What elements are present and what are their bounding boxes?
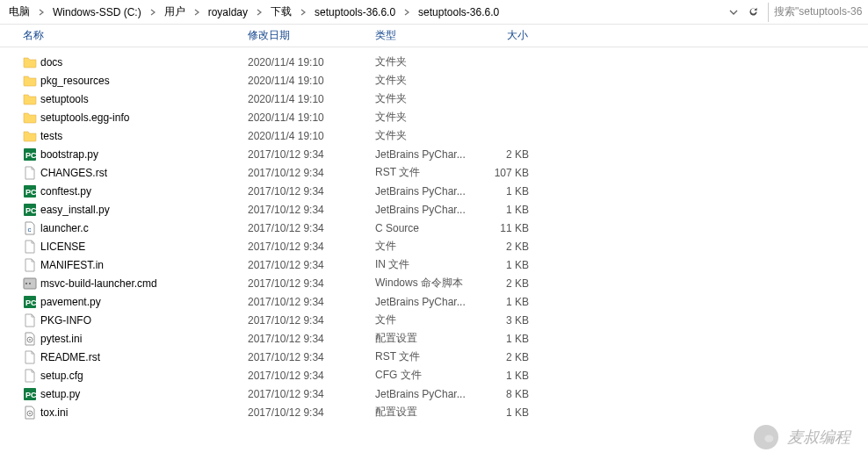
file-row[interactable]: LICENSE2017/10/12 9:34文件2 KB xyxy=(0,237,868,255)
file-name: LICENSE xyxy=(40,241,85,253)
file-row[interactable]: setuptools.egg-info2020/11/4 19:10文件夹 xyxy=(0,108,868,126)
file-name-cell: PKG-INFO xyxy=(18,313,242,327)
file-name: bootstrap.py xyxy=(40,148,98,161)
file-name-cell: setup.cfg xyxy=(18,369,242,383)
file-date: 2017/10/12 9:34 xyxy=(242,167,370,179)
breadcrumb-item[interactable]: setuptools-36.6.0 xyxy=(309,0,401,24)
file-name: msvc-build-launcher.cmd xyxy=(40,277,157,290)
file-size: 1 KB xyxy=(477,296,534,308)
file-row[interactable]: PCeasy_install.py2017/10/12 9:34JetBrain… xyxy=(0,200,868,219)
file-row[interactable]: docs2020/11/4 19:10文件夹 xyxy=(0,53,868,71)
file-name: tests xyxy=(40,130,62,142)
file-type: JetBrains PyChar... xyxy=(370,148,477,161)
file-name: docs xyxy=(40,56,62,68)
file-date: 2017/10/12 9:34 xyxy=(242,277,370,290)
file-row[interactable]: setup.cfg2017/10/12 9:34CFG 文件1 KB xyxy=(0,366,868,384)
chevron-right-icon[interactable] xyxy=(401,0,413,24)
breadcrumb-item[interactable]: Windows-SSD (C:) xyxy=(47,0,147,24)
file-row[interactable]: pkg_resources2020/11/4 19:10文件夹 xyxy=(0,71,868,90)
file-name: pavement.py xyxy=(40,296,101,308)
file-date: 2017/10/12 9:34 xyxy=(242,296,370,308)
breadcrumb-item[interactable]: 下载 xyxy=(265,0,297,24)
file-row[interactable]: pytest.ini2017/10/12 9:34配置设置1 KB xyxy=(0,329,868,348)
file-name-cell: pkg_resources xyxy=(18,74,242,88)
file-name-cell: docs xyxy=(18,55,242,69)
breadcrumb-item[interactable]: setuptools-36.6.0 xyxy=(413,0,504,24)
svg-point-19 xyxy=(764,435,773,442)
svg-point-8 xyxy=(25,283,27,284)
column-header-type[interactable]: 类型 xyxy=(370,25,477,47)
file-type: 文件夹 xyxy=(370,91,477,106)
chevron-right-icon[interactable] xyxy=(147,0,159,24)
file-icon xyxy=(23,258,37,272)
file-date: 2020/11/4 19:10 xyxy=(242,56,370,68)
file-row[interactable]: clauncher.c2017/10/12 9:34C Source11 KB xyxy=(0,219,868,237)
file-name-cell: PCbootstrap.py xyxy=(18,147,242,162)
file-date: 2017/10/12 9:34 xyxy=(242,185,370,198)
file-name-cell: pytest.ini xyxy=(18,332,242,346)
column-headers: 名称 修改日期 类型 大小 xyxy=(0,25,868,47)
refresh-button[interactable] xyxy=(743,3,763,22)
file-name: tox.ini xyxy=(40,406,68,419)
file-name: conftest.py xyxy=(40,185,91,198)
ini-icon xyxy=(23,406,37,420)
file-date: 2017/10/12 9:34 xyxy=(242,314,370,327)
file-row[interactable]: PCbootstrap.py2017/10/12 9:34JetBrains P… xyxy=(0,145,868,163)
file-row[interactable]: tox.ini2017/10/12 9:34配置设置1 KB xyxy=(0,403,868,421)
history-dropdown-button[interactable] xyxy=(724,3,743,22)
column-header-size[interactable]: 大小 xyxy=(477,25,534,47)
watermark: 麦叔编程 xyxy=(754,425,850,449)
file-date: 2017/10/12 9:34 xyxy=(242,370,370,382)
file-row[interactable]: msvc-build-launcher.cmd2017/10/12 9:34Wi… xyxy=(0,274,868,292)
file-date: 2017/10/12 9:34 xyxy=(242,333,370,345)
file-row[interactable]: PKG-INFO2017/10/12 9:34文件3 KB xyxy=(0,311,868,329)
ini-icon xyxy=(23,332,37,346)
column-header-date[interactable]: 修改日期 xyxy=(242,25,370,47)
file-row[interactable]: tests2020/11/4 19:10文件夹 xyxy=(0,126,868,145)
file-row[interactable]: PCconftest.py2017/10/12 9:34JetBrains Py… xyxy=(0,182,868,200)
breadcrumb-item[interactable]: 用户 xyxy=(159,0,191,24)
file-name: launcher.c xyxy=(40,222,89,234)
address-controls: 搜索"setuptools-36 xyxy=(724,0,864,24)
cmd-icon xyxy=(23,277,37,291)
breadcrumb-item[interactable]: 电脑 xyxy=(4,0,35,24)
file-type: 配置设置 xyxy=(370,331,477,346)
cfile-icon: c xyxy=(23,221,37,235)
file-date: 2017/10/12 9:34 xyxy=(242,241,370,253)
chevron-right-icon[interactable] xyxy=(35,0,47,24)
file-name-cell: PCeasy_install.py xyxy=(18,203,242,217)
file-name-cell: tox.ini xyxy=(18,406,242,420)
file-row[interactable]: PCpavement.py2017/10/12 9:34JetBrains Py… xyxy=(0,292,868,311)
search-box[interactable]: 搜索"setuptools-36 xyxy=(768,3,864,22)
file-type: IN 文件 xyxy=(370,257,477,272)
chevron-right-icon[interactable] xyxy=(253,0,265,24)
chevron-right-icon[interactable] xyxy=(191,0,203,24)
file-size: 2 KB xyxy=(477,241,534,253)
file-size: 2 KB xyxy=(477,351,534,363)
file-date: 2017/10/12 9:34 xyxy=(242,259,370,271)
file-row[interactable]: MANIFEST.in2017/10/12 9:34IN 文件1 KB xyxy=(0,255,868,274)
file-name: CHANGES.rst xyxy=(40,167,107,179)
file-name-cell: tests xyxy=(18,129,242,143)
folder-icon xyxy=(23,74,37,88)
file-name-cell: msvc-build-launcher.cmd xyxy=(18,277,242,291)
column-header-name[interactable]: 名称 xyxy=(18,25,242,47)
file-name-cell: LICENSE xyxy=(18,240,242,254)
file-row[interactable]: setuptools2020/11/4 19:10文件夹 xyxy=(0,90,868,108)
file-size: 1 KB xyxy=(477,185,534,198)
chevron-right-icon[interactable] xyxy=(297,0,309,24)
breadcrumb-item[interactable]: royalday xyxy=(203,0,253,24)
file-name-cell: clauncher.c xyxy=(18,221,242,235)
svg-point-17 xyxy=(29,413,31,414)
file-name-cell: README.rst xyxy=(18,350,242,364)
file-row[interactable]: README.rst2017/10/12 9:34RST 文件2 KB xyxy=(0,348,868,366)
file-size: 2 KB xyxy=(477,277,534,290)
svg-text:PC: PC xyxy=(25,391,37,399)
file-name: MANIFEST.in xyxy=(40,259,104,271)
file-type: C Source xyxy=(370,222,477,234)
file-row[interactable]: CHANGES.rst2017/10/12 9:34RST 文件107 KB xyxy=(0,163,868,182)
file-size: 2 KB xyxy=(477,148,534,161)
file-date: 2020/11/4 19:10 xyxy=(242,75,370,87)
file-row[interactable]: PCsetup.py2017/10/12 9:34JetBrains PyCha… xyxy=(0,384,868,403)
file-type: 文件夹 xyxy=(370,128,477,143)
